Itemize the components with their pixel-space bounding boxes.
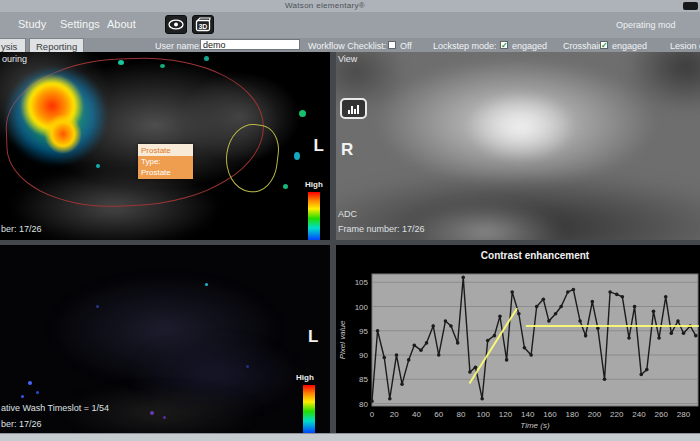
menu-bar: Study Settings About 3D Operating mod bbox=[0, 12, 700, 38]
window-control-button[interactable] bbox=[683, 2, 698, 10]
orientation-marker-right: R bbox=[341, 140, 353, 160]
perfusion-heatmap-core bbox=[44, 114, 82, 154]
speck bbox=[283, 184, 288, 189]
lockstep-value: engaged bbox=[512, 41, 547, 51]
wash-timeslot-label: ative Wash Timeslot = 1/54 bbox=[1, 403, 109, 413]
tooltip-type: Type: Prostate bbox=[138, 156, 193, 179]
modality-label: ADC bbox=[338, 209, 357, 219]
contrast-enhancement-chart[interactable]: 8085909510010502040608010012014016018020… bbox=[336, 245, 700, 433]
speck bbox=[21, 395, 24, 398]
lesion-overlay-label: Lesion ov bbox=[670, 41, 700, 51]
svg-text:90: 90 bbox=[359, 351, 368, 360]
toolbar: ysis Reporting User name: Workflow Check… bbox=[0, 38, 700, 52]
tab-reporting[interactable]: Reporting bbox=[29, 38, 84, 52]
tab-analysis[interactable]: ysis bbox=[0, 38, 26, 52]
app-title: Watson elementary® bbox=[285, 1, 365, 10]
operating-mode-label: Operating mod bbox=[616, 20, 700, 30]
speck bbox=[28, 381, 32, 385]
svg-text:85: 85 bbox=[359, 375, 368, 384]
speck bbox=[160, 64, 165, 68]
svg-text:120: 120 bbox=[499, 410, 513, 419]
username-label: User name: bbox=[155, 41, 202, 51]
workflow-checklist-checkbox[interactable] bbox=[388, 41, 396, 49]
svg-text:40: 40 bbox=[412, 410, 421, 419]
eye-toggle-button[interactable] bbox=[165, 15, 187, 34]
3d-view-button[interactable]: 3D bbox=[192, 15, 214, 34]
speck bbox=[118, 60, 124, 65]
svg-text:100: 100 bbox=[477, 410, 491, 419]
svg-text:60: 60 bbox=[434, 410, 443, 419]
prostate-tooltip: Prostate Type: Prostate bbox=[138, 144, 193, 179]
tooltip-title: Prostate bbox=[138, 144, 193, 156]
speck bbox=[246, 365, 249, 368]
lockstep-mode-label: Lockstep mode: bbox=[433, 41, 497, 51]
svg-text:20: 20 bbox=[390, 410, 399, 419]
lockstep-checkbox[interactable]: ✓ bbox=[500, 41, 508, 49]
frame-number-label: Frame number: 17/26 bbox=[338, 224, 425, 234]
orientation-marker-left: L bbox=[314, 136, 324, 156]
svg-text:200: 200 bbox=[588, 410, 602, 419]
speck bbox=[150, 411, 154, 415]
svg-text:Pixel value: Pixel value bbox=[338, 320, 347, 359]
svg-text:140: 140 bbox=[521, 410, 535, 419]
svg-text:100: 100 bbox=[355, 303, 369, 312]
speck bbox=[204, 56, 209, 61]
color-scale-bar bbox=[308, 192, 320, 240]
menu-settings[interactable]: Settings bbox=[60, 18, 100, 30]
speck bbox=[299, 110, 306, 117]
svg-text:240: 240 bbox=[632, 410, 646, 419]
svg-text:Time (s): Time (s) bbox=[520, 421, 550, 430]
bar-chart-icon bbox=[348, 110, 350, 114]
panel-label: View bbox=[338, 54, 357, 64]
title-bar: Watson elementary® bbox=[0, 0, 700, 12]
workflow-checklist-label: Workflow Checklist: bbox=[308, 41, 386, 51]
crosshair-checkbox[interactable]: ✓ bbox=[600, 41, 608, 49]
svg-text:3D: 3D bbox=[198, 23, 207, 30]
crosshair-label: Crosshair: bbox=[563, 41, 604, 51]
line-chart: 8085909510010502040608010012014016018020… bbox=[336, 245, 700, 433]
colorbar-high-label: High bbox=[305, 180, 323, 189]
username-input[interactable] bbox=[200, 39, 300, 50]
frame-number-label: ber: 17/26 bbox=[1, 224, 42, 234]
frame-number-label: ber: 17/26 bbox=[1, 419, 42, 429]
wash-viewport[interactable]: L High ative Wash Timeslot = 1/54 ber: 1… bbox=[0, 245, 330, 433]
svg-text:260: 260 bbox=[655, 410, 669, 419]
svg-text:105: 105 bbox=[355, 278, 369, 287]
panel-label: ouring bbox=[2, 54, 27, 64]
workflow-checklist-value: Off bbox=[400, 41, 412, 51]
svg-text:220: 220 bbox=[610, 410, 624, 419]
speck bbox=[294, 152, 300, 160]
orientation-marker-left: L bbox=[308, 327, 318, 347]
svg-text:160: 160 bbox=[543, 410, 557, 419]
adc-viewport[interactable]: View R ADC Frame number: 17/26 bbox=[336, 52, 700, 240]
crosshair-value: engaged bbox=[612, 41, 647, 51]
color-scale-bar bbox=[303, 385, 315, 433]
histogram-button[interactable] bbox=[340, 98, 367, 119]
svg-text:280: 280 bbox=[677, 410, 691, 419]
contouring-viewport[interactable]: ouring Prostate Type: Prostate L High be… bbox=[0, 52, 330, 240]
svg-text:80: 80 bbox=[457, 410, 466, 419]
mri-tissue bbox=[466, 92, 576, 162]
menu-study[interactable]: Study bbox=[18, 18, 46, 30]
bottom-scrollbar[interactable] bbox=[0, 433, 700, 441]
3d-cube-icon: 3D bbox=[195, 17, 211, 32]
svg-text:95: 95 bbox=[359, 327, 368, 336]
svg-text:80: 80 bbox=[359, 400, 368, 409]
speck bbox=[163, 416, 166, 419]
speck bbox=[96, 305, 99, 308]
speck bbox=[205, 283, 208, 286]
menu-about[interactable]: About bbox=[107, 18, 136, 30]
svg-text:180: 180 bbox=[566, 410, 580, 419]
colorbar-high-label: High bbox=[296, 373, 314, 382]
speck bbox=[36, 391, 39, 394]
eye-icon bbox=[168, 19, 184, 30]
speck bbox=[96, 164, 100, 168]
svg-text:Contrast enhancement: Contrast enhancement bbox=[481, 250, 590, 261]
svg-text:0: 0 bbox=[370, 410, 375, 419]
